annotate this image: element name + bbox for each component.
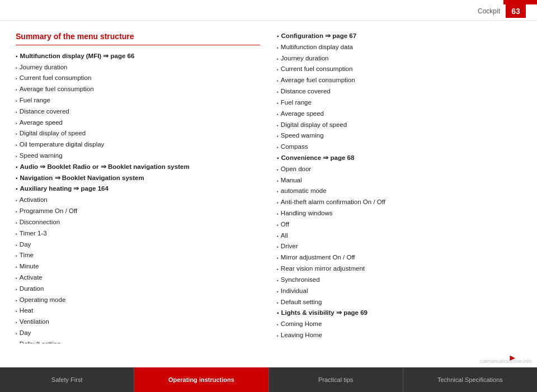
menu-item-text: Average speed [16, 119, 63, 126]
left-menu-item: Activation [16, 195, 260, 206]
menu-item-text: Digital display of speed [16, 130, 86, 136]
left-menu-item: Average speed [16, 117, 260, 129]
left-menu-item: Day [16, 239, 260, 251]
right-menu-item: Handling windows [277, 208, 521, 219]
right-menu-item: Current fuel consumption [277, 64, 521, 75]
menu-item-text: Navigation ⇒ Booklet Navigation system [16, 174, 144, 181]
menu-item-text: Ventilation [16, 318, 49, 325]
menu-item-text: automatic mode [277, 187, 327, 194]
menu-item-text: Duration [16, 285, 44, 292]
menu-item-text: Speed warning [277, 132, 324, 139]
left-menu-item: Heat [16, 305, 260, 317]
right-menu-item: Manual [277, 175, 521, 186]
left-menu-item: Digital display of speed [16, 128, 260, 139]
menu-item-text: Current fuel consumption [277, 65, 352, 72]
menu-item-text: Distance covered [16, 108, 69, 115]
menu-item-text: Multifunction display (MFI) ⇒ page 66 [16, 53, 134, 59]
menu-item-text: Auxiliary heating ⇒ page 164 [16, 185, 109, 192]
menu-item-text: Open door [277, 166, 311, 172]
right-menu-item: Distance covered [277, 86, 521, 97]
right-menu-item: Configuration ⇒ page 67 [277, 31, 521, 42]
right-menu-item: Footwell light [277, 341, 521, 343]
right-menu-item: automatic mode [277, 186, 521, 197]
menu-item-text: Operating mode [16, 296, 65, 303]
menu-item-text: Mirror adjustment On / Off [277, 254, 355, 261]
menu-item-text: Timer 1-3 [16, 230, 47, 237]
right-menu-item: Default setting [277, 297, 521, 308]
menu-item-text: Coming Home [277, 320, 322, 327]
footer-item-operating-instructions[interactable]: Operating instructions [134, 367, 268, 392]
left-menu-item: Ventilation [16, 317, 260, 328]
left-menu-item: Default setting [16, 339, 260, 343]
footer-item-practical-tips[interactable]: Practical tips [269, 367, 403, 392]
menu-item-text: Fuel range [277, 99, 312, 106]
menu-item-text: Anti-theft alarm confirmation On / Off [277, 199, 385, 205]
left-menu-item: Disconnection [16, 217, 260, 228]
right-menu-item: Lights & visibility ⇒ page 69 [277, 308, 521, 319]
left-column: Summary of the menu structure Multifunct… [16, 31, 260, 338]
menu-item-text: Driver [277, 243, 298, 249]
menu-item-text: Rear vision mirror adjustment [277, 265, 365, 272]
right-menu-item: Average fuel consumption [277, 75, 521, 86]
right-menu-item: Digital display of speed [277, 120, 521, 131]
left-menu-item: Current fuel consumption [16, 73, 260, 84]
footer-item-safety-first[interactable]: Safety First [0, 367, 134, 392]
menu-item-text: Default setting [277, 299, 322, 305]
left-menu-item: Multifunction display (MFI) ⇒ page 66 [16, 51, 260, 62]
watermark: carmanualssonline.info [480, 358, 531, 364]
menu-item-text: Current fuel consumption [16, 74, 91, 81]
menu-item-text: Journey duration [16, 64, 68, 70]
menu-item-text: Speed warning [16, 152, 63, 159]
page-header: Cockpit 63 [0, 0, 537, 21]
section-title: Summary of the menu structure [16, 31, 260, 45]
menu-item-text: All [277, 232, 288, 239]
left-menu-item: Audio ⇒ Booklet Radio or ⇒ Booklet navig… [16, 162, 260, 173]
left-menu-item: Distance covered [16, 106, 260, 117]
right-menu-item: Average speed [277, 108, 521, 120]
menu-item-text: Activation [16, 196, 48, 203]
right-menu-item: Compass [277, 141, 521, 153]
menu-item-text: Average speed [277, 110, 324, 117]
right-menu-item: Journey duration [277, 53, 521, 64]
left-menu-item: Average fuel consumption [16, 84, 260, 95]
right-menu-item: Rear vision mirror adjustment [277, 263, 521, 275]
right-menu-item: Multifunction display data [277, 42, 521, 53]
footer-item-technical-specifications[interactable]: Technical Specifications [403, 367, 537, 392]
right-menu-item: Off [277, 219, 521, 230]
menu-item-text: Individual [277, 287, 308, 294]
menu-item-text: Oil temperature digital display [16, 141, 104, 148]
right-menu-item: Individual [277, 286, 521, 297]
right-menu-item: Anti-theft alarm confirmation On / Off [277, 197, 521, 208]
left-menu-item: Navigation ⇒ Booklet Navigation system [16, 173, 260, 184]
left-menu-item: Time [16, 250, 260, 261]
menu-item-text: Manual [277, 177, 302, 183]
menu-item-text: Programme On / Off [16, 207, 77, 214]
left-menu-item: Timer 1-3 [16, 228, 260, 239]
left-menu-item: Activate [16, 272, 260, 284]
left-menu-item: Oil temperature digital display [16, 139, 260, 150]
menu-item-text: Compass [277, 143, 308, 150]
footer-bar: Safety FirstOperating instructionsPracti… [0, 367, 537, 392]
right-menu-item: Driver [277, 241, 521, 252]
right-menu-item: Fuel range [277, 97, 521, 108]
menu-item-text: Convenience ⇒ page 68 [277, 154, 354, 161]
menu-item-text: Default setting [16, 341, 60, 343]
left-menu-item: Programme On / Off [16, 206, 260, 217]
menu-item-text: Day [16, 329, 31, 336]
right-menu-item: Leaving Home [277, 330, 521, 341]
menu-item-text: Digital display of speed [277, 121, 347, 128]
menu-item-text: Fuel range [16, 97, 50, 103]
right-menu-item: Convenience ⇒ page 68 [277, 153, 521, 164]
menu-item-text: Day [16, 241, 31, 248]
menu-item-text: Footwell light [277, 343, 318, 343]
left-menu-item: Minute [16, 261, 260, 272]
right-menu-item: Coming Home [277, 319, 521, 330]
menu-item-text: Heat [16, 307, 33, 314]
left-menu-item: Operating mode [16, 295, 260, 306]
left-menu-item: Auxiliary heating ⇒ page 164 [16, 183, 260, 195]
menu-item-text: Distance covered [277, 88, 331, 95]
menu-item-text: Multifunction display data [277, 44, 353, 50]
left-menu-item: Speed warning [16, 150, 260, 162]
left-menu-list: Multifunction display (MFI) ⇒ page 66Jou… [16, 51, 260, 343]
menu-item-text: Time [16, 252, 34, 258]
